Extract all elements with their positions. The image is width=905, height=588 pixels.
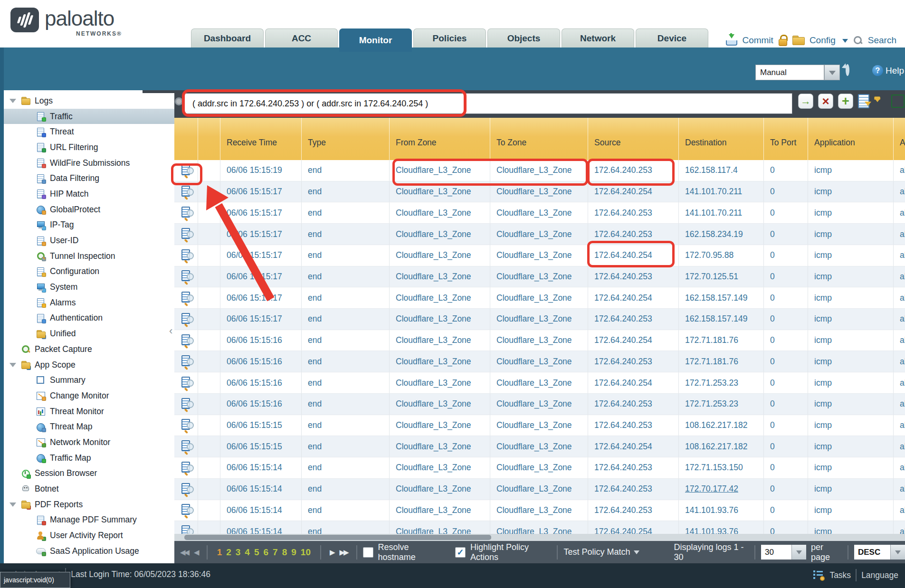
prev-page-button[interactable]: ◀ bbox=[194, 548, 198, 557]
cell-detail[interactable] bbox=[174, 457, 198, 478]
sidebar-item-user-activity-report[interactable]: User Activity Report bbox=[4, 528, 174, 543]
sidebar-item-session-browser[interactable]: Session Browser bbox=[4, 466, 174, 482]
sidebar-item-threat-map[interactable]: Threat Map bbox=[4, 419, 174, 435]
log-detail-icon[interactable] bbox=[181, 440, 194, 453]
tab-objects[interactable]: Objects bbox=[487, 28, 560, 48]
column-header-receive_time[interactable]: Receive Time bbox=[220, 118, 301, 160]
log-detail-icon[interactable] bbox=[181, 419, 194, 431]
log-detail-icon[interactable] bbox=[181, 164, 194, 177]
page-number-6[interactable]: 6 bbox=[264, 547, 269, 558]
page-number-5[interactable]: 5 bbox=[254, 547, 259, 558]
cell-detail[interactable] bbox=[174, 330, 198, 351]
log-detail-icon[interactable] bbox=[181, 186, 194, 198]
table-row[interactable]: 06/06 15:15:14endCloudflare_L3_ZoneCloud… bbox=[174, 457, 905, 479]
log-detail-icon[interactable] bbox=[181, 398, 194, 410]
sidebar-item-ip-tag[interactable]: IP-Tag bbox=[4, 218, 174, 233]
table-row[interactable]: 06/06 15:15:15endCloudflare_L3_ZoneCloud… bbox=[174, 415, 905, 436]
log-detail-icon[interactable] bbox=[181, 504, 194, 516]
sidebar-item-saas-application-usage[interactable]: SaaS Application Usage bbox=[4, 543, 174, 559]
first-page-button[interactable]: ◀◀ bbox=[180, 548, 188, 557]
tab-network[interactable]: Network bbox=[562, 28, 634, 48]
cell-detail[interactable] bbox=[174, 372, 198, 393]
column-header-application[interactable]: Application bbox=[808, 118, 893, 160]
tasks-link[interactable]: Tasks bbox=[829, 570, 851, 580]
cell-detail[interactable] bbox=[174, 266, 198, 287]
log-detail-icon[interactable] bbox=[181, 228, 194, 240]
per-page-dropdown-button[interactable] bbox=[791, 545, 806, 560]
column-header-detail[interactable] bbox=[174, 118, 198, 160]
tree-expander-icon[interactable] bbox=[10, 503, 16, 510]
cell-detail[interactable] bbox=[174, 500, 198, 521]
save-filter-icon[interactable] bbox=[858, 94, 869, 108]
sidebar-item-configuration[interactable]: Configuration bbox=[4, 264, 174, 280]
sidebar-item-pdf-reports[interactable]: PDF Reports bbox=[4, 497, 174, 512]
log-detail-icon[interactable] bbox=[181, 355, 194, 368]
cell-detail[interactable] bbox=[174, 287, 198, 308]
column-header-to_port[interactable]: To Port bbox=[763, 118, 808, 160]
export-csv-icon[interactable] bbox=[891, 95, 905, 108]
table-row[interactable]: 06/06 15:15:14endCloudflare_L3_ZoneCloud… bbox=[174, 479, 905, 500]
table-row[interactable]: 06/06 15:15:16endCloudflare_L3_ZoneCloud… bbox=[174, 330, 905, 351]
table-row[interactable]: 06/06 15:15:17endCloudflare_L3_ZoneCloud… bbox=[174, 224, 905, 245]
commit-link[interactable]: Commit bbox=[742, 35, 773, 46]
table-row[interactable]: 06/06 15:15:17endCloudflare_L3_ZoneCloud… bbox=[174, 181, 905, 203]
lock-icon[interactable] bbox=[778, 35, 788, 46]
column-header-to_zone[interactable]: To Zone bbox=[490, 118, 588, 160]
column-header-destination[interactable]: Destination bbox=[678, 118, 763, 160]
cell-detail[interactable] bbox=[174, 415, 198, 436]
config-chevron-icon[interactable] bbox=[842, 39, 848, 46]
table-row[interactable]: 06/06 15:15:16endCloudflare_L3_ZoneCloud… bbox=[174, 351, 905, 372]
cell-detail[interactable] bbox=[174, 351, 198, 372]
test-policy-match-dropdown[interactable]: Test Policy Match bbox=[563, 547, 639, 557]
column-header-spacer[interactable] bbox=[198, 118, 220, 160]
cell-detail[interactable] bbox=[174, 521, 198, 534]
log-detail-icon[interactable] bbox=[181, 313, 194, 325]
cell-detail[interactable] bbox=[174, 479, 198, 500]
tab-monitor[interactable]: Monitor bbox=[339, 28, 412, 52]
page-number-9[interactable]: 9 bbox=[291, 547, 296, 558]
sidebar-item-user-id[interactable]: User-ID bbox=[4, 233, 174, 248]
table-row[interactable]: 06/06 15:15:17endCloudflare_L3_ZoneCloud… bbox=[174, 202, 905, 224]
apply-filter-button[interactable]: → bbox=[798, 94, 813, 109]
log-filter-input[interactable] bbox=[184, 93, 792, 114]
cell-detail[interactable] bbox=[174, 181, 198, 202]
highlight-policy-actions-checkbox[interactable] bbox=[455, 547, 466, 558]
sidebar-item-hip-match[interactable]: HIP Match bbox=[4, 186, 174, 202]
log-detail-icon[interactable] bbox=[181, 292, 194, 304]
cell-detail[interactable] bbox=[174, 394, 198, 415]
log-detail-icon[interactable] bbox=[181, 377, 194, 389]
tab-acc[interactable]: ACC bbox=[265, 28, 338, 48]
page-number-1[interactable]: 1 bbox=[217, 547, 222, 558]
column-header-source[interactable]: Source bbox=[588, 118, 678, 160]
clear-filter-button[interactable]: × bbox=[818, 94, 833, 109]
language-link[interactable]: Language bbox=[861, 570, 898, 580]
log-detail-icon[interactable] bbox=[181, 483, 194, 495]
sidebar-item-botnet[interactable]: Botnet bbox=[4, 481, 174, 497]
log-detail-icon[interactable] bbox=[181, 249, 194, 262]
table-row[interactable]: 06/06 15:15:17endCloudflare_L3_ZoneCloud… bbox=[174, 309, 905, 330]
sidebar-item-threat-monitor[interactable]: Threat Monitor bbox=[4, 404, 174, 419]
tree-expander-icon[interactable] bbox=[10, 363, 16, 370]
sidebar-item-url-filtering[interactable]: URL Filtering bbox=[4, 140, 174, 155]
sidebar-item-system[interactable]: System bbox=[4, 279, 174, 295]
add-filter-button[interactable]: + bbox=[838, 94, 853, 109]
sidebar-item-traffic-map[interactable]: Traffic Map bbox=[4, 450, 174, 466]
log-detail-icon[interactable] bbox=[181, 207, 194, 219]
sidebar-item-data-filtering[interactable]: Data Filtering bbox=[4, 171, 174, 186]
column-header-from_zone[interactable]: From Zone bbox=[389, 118, 490, 160]
table-row[interactable]: 06/06 15:15:17endCloudflare_L3_ZoneCloud… bbox=[174, 266, 905, 288]
cell-detail[interactable] bbox=[174, 202, 198, 223]
load-filter-icon[interactable] bbox=[874, 96, 886, 106]
sidebar-item-traffic[interactable]: Traffic bbox=[4, 109, 174, 124]
sidebar-item-network-monitor[interactable]: Network Monitor bbox=[4, 435, 174, 450]
sidebar-item-logs[interactable]: Logs bbox=[4, 93, 174, 109]
cell-detail[interactable] bbox=[174, 309, 198, 330]
sidebar-item-authentication[interactable]: Authentication bbox=[4, 311, 174, 326]
log-detail-icon[interactable] bbox=[181, 525, 194, 534]
search-link[interactable]: Search bbox=[868, 35, 896, 46]
sidebar-item-packet-capture[interactable]: Packet Capture bbox=[4, 341, 174, 357]
tab-device[interactable]: Device bbox=[636, 28, 708, 48]
log-detail-icon[interactable] bbox=[181, 334, 194, 347]
column-header-action[interactable]: A bbox=[893, 118, 905, 160]
config-link[interactable]: Config bbox=[810, 35, 836, 46]
